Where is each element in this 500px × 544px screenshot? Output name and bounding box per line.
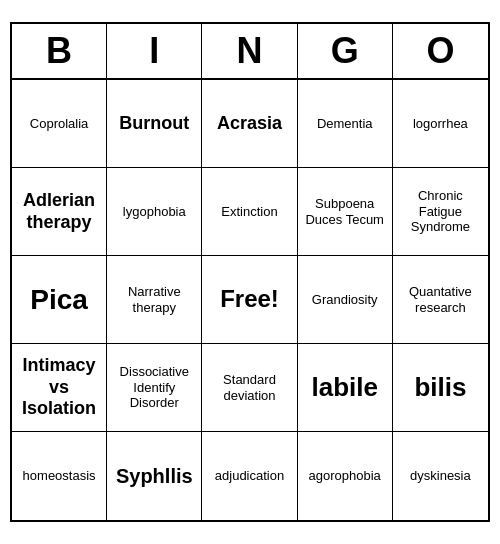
header-letter: G: [298, 24, 393, 78]
bingo-cell-11: Narrative therapy: [107, 256, 202, 344]
bingo-header: BINGO: [12, 24, 488, 80]
bingo-card: BINGO CoprolaliaBurnoutAcrasiaDementialo…: [10, 22, 490, 522]
bingo-cell-5: Adlerian therapy: [12, 168, 107, 256]
header-letter: O: [393, 24, 488, 78]
bingo-cell-23: agorophobia: [298, 432, 393, 520]
bingo-cell-12: Free!: [202, 256, 297, 344]
bingo-cell-18: labile: [298, 344, 393, 432]
bingo-cell-15: Intimacy vs Isolation: [12, 344, 107, 432]
bingo-cell-10: Pica: [12, 256, 107, 344]
bingo-cell-3: Dementia: [298, 80, 393, 168]
bingo-cell-1: Burnout: [107, 80, 202, 168]
bingo-cell-22: adjudication: [202, 432, 297, 520]
bingo-cell-6: lygophobia: [107, 168, 202, 256]
bingo-cell-8: Subpoena Duces Tecum: [298, 168, 393, 256]
bingo-cell-0: Coprolalia: [12, 80, 107, 168]
bingo-cell-7: Extinction: [202, 168, 297, 256]
bingo-cell-20: homeostasis: [12, 432, 107, 520]
bingo-cell-24: dyskinesia: [393, 432, 488, 520]
header-letter: I: [107, 24, 202, 78]
header-letter: N: [202, 24, 297, 78]
bingo-grid: CoprolaliaBurnoutAcrasiaDementialogorrhe…: [12, 80, 488, 520]
bingo-cell-16: Dissociative Identify Disorder: [107, 344, 202, 432]
bingo-cell-19: bilis: [393, 344, 488, 432]
bingo-cell-13: Grandiosity: [298, 256, 393, 344]
bingo-cell-4: logorrhea: [393, 80, 488, 168]
bingo-cell-14: Quantative research: [393, 256, 488, 344]
bingo-cell-9: Chronic Fatigue Syndrome: [393, 168, 488, 256]
bingo-cell-21: Syphllis: [107, 432, 202, 520]
bingo-cell-17: Standard deviation: [202, 344, 297, 432]
bingo-cell-2: Acrasia: [202, 80, 297, 168]
header-letter: B: [12, 24, 107, 78]
